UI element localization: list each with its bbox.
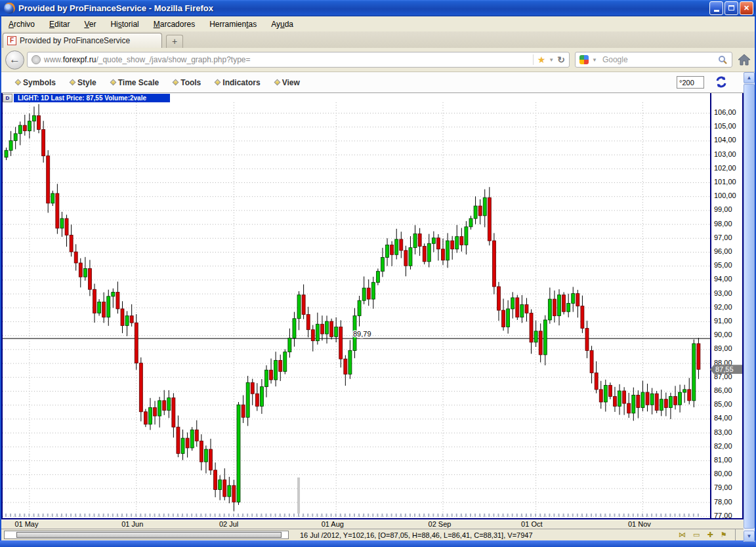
date-tick xyxy=(387,514,388,517)
date-tick xyxy=(256,514,257,517)
x-tick-label: 01 Jun xyxy=(121,520,143,528)
restore-button[interactable] xyxy=(724,1,738,15)
date-tick xyxy=(614,514,615,517)
diamond-icon xyxy=(173,79,179,86)
candle-down xyxy=(79,263,82,277)
candle-down xyxy=(339,327,343,359)
menu-herramientas[interactable]: Herramientas xyxy=(202,18,264,31)
date-tick xyxy=(94,514,95,517)
search-icon[interactable] xyxy=(718,55,728,65)
candle-up xyxy=(520,305,524,317)
chart-menu-view[interactable]: View xyxy=(275,78,300,87)
date-tick xyxy=(568,514,569,517)
date-tick xyxy=(75,514,76,517)
candle-down xyxy=(646,392,649,405)
date-tick xyxy=(191,514,192,517)
date-tick xyxy=(479,514,480,517)
candle-up xyxy=(204,449,207,462)
menu-archivo[interactable]: Archivo xyxy=(1,18,42,31)
date-tick xyxy=(215,514,216,517)
chart-menu-style[interactable]: Style xyxy=(70,78,96,87)
candle-down xyxy=(516,298,519,317)
candle-up xyxy=(660,399,663,411)
horizontal-scrollbar-thumb[interactable] xyxy=(16,532,282,538)
date-tick xyxy=(219,514,220,517)
horizontal-scrollbar[interactable] xyxy=(4,531,289,539)
date-tick xyxy=(321,514,322,517)
y-tick-label: 78,00 xyxy=(714,498,732,506)
legend-button[interactable]: D xyxy=(3,94,12,102)
period-input[interactable] xyxy=(677,76,704,89)
scroll-down-button[interactable]: ▼ xyxy=(744,531,755,542)
candle-up xyxy=(51,193,54,203)
date-tick xyxy=(242,514,243,517)
menu-ver[interactable]: Ver xyxy=(77,18,103,31)
vertical-scrollbar-thumb[interactable] xyxy=(744,84,755,529)
minimize-button[interactable] xyxy=(709,1,723,15)
date-tick xyxy=(205,514,206,517)
status-divider xyxy=(735,529,736,541)
date-tick xyxy=(312,514,313,517)
date-tick xyxy=(553,514,555,517)
minimize-icon xyxy=(714,10,719,12)
menu-ayuda[interactable]: Ayuda xyxy=(264,18,301,31)
level-line-label: 89,79 xyxy=(353,330,371,338)
date-tick xyxy=(400,514,402,517)
chart-menu-indicators[interactable]: Indicators xyxy=(215,78,260,87)
x-tick-label: 02 Jul xyxy=(219,520,238,528)
candle-up xyxy=(181,438,184,453)
url-field[interactable]: www.forexpf.ru/_quote_show_/java/show_gr… xyxy=(27,52,570,68)
url-dropdown-icon[interactable]: ▼ xyxy=(549,57,554,63)
close-button[interactable]: ✕ xyxy=(740,1,753,15)
date-tick xyxy=(484,514,485,517)
candle-down xyxy=(367,288,370,299)
url-actions: ★ ▼ ↻ xyxy=(533,54,566,65)
browser-window: Provided by ProFinanceService - Mozilla … xyxy=(0,0,756,547)
candle-up xyxy=(148,407,152,424)
back-button[interactable]: ← xyxy=(5,51,24,70)
y-tick-label: 106,00 xyxy=(714,108,736,116)
date-tick xyxy=(591,514,592,517)
bookmark-star-icon[interactable]: ★ xyxy=(537,54,546,65)
candle-up xyxy=(228,485,231,496)
date-tick xyxy=(423,514,425,517)
date-tick xyxy=(646,514,648,517)
chart-menu-symbols[interactable]: Symbols xyxy=(16,78,56,87)
candle-down xyxy=(697,344,700,369)
chart-tool-icons[interactable]: ⋈ ▭ ✚ ⚑ xyxy=(679,531,730,539)
scroll-up-button[interactable]: ▲ xyxy=(744,72,755,83)
date-tick xyxy=(493,514,494,517)
tab-active[interactable]: F Provided by ProFinanceService xyxy=(3,33,162,48)
date-tick xyxy=(84,514,85,517)
date-tick xyxy=(52,514,53,517)
candle-up xyxy=(395,239,398,254)
candle-up xyxy=(474,206,477,218)
new-tab-button[interactable]: + xyxy=(166,35,183,48)
menu-editar[interactable]: Editar xyxy=(42,18,77,31)
date-tick xyxy=(5,514,7,517)
date-tick xyxy=(108,514,109,517)
x-tick-label: 01 Nov xyxy=(628,520,651,528)
candle-up xyxy=(432,238,435,243)
date-tick xyxy=(497,514,499,517)
candle-up xyxy=(511,298,514,309)
home-button[interactable] xyxy=(738,54,751,66)
candle-down xyxy=(302,295,305,315)
chart-menu-time-scale[interactable]: Time Scale xyxy=(111,78,159,87)
menu-historial[interactable]: Historial xyxy=(103,18,146,31)
search-engine-dropdown-icon[interactable]: ▼ xyxy=(592,57,597,63)
vertical-scrollbar[interactable]: ▲ ▼ xyxy=(744,72,755,542)
chart-refresh-icon[interactable] xyxy=(715,75,728,89)
date-tick xyxy=(665,514,666,517)
candle-down xyxy=(232,485,236,502)
legend-text: LIGHT: 1D Last Price: 87,55 Volume:2vale xyxy=(14,94,170,102)
menu-marcadores[interactable]: Marcadores xyxy=(146,18,202,31)
reload-icon[interactable]: ↻ xyxy=(557,54,565,65)
search-field[interactable]: ▼ Google xyxy=(575,52,732,68)
date-tick xyxy=(619,514,620,517)
candle-down xyxy=(688,390,691,401)
y-tick-label: 82,00 xyxy=(714,442,732,450)
date-tick xyxy=(224,514,225,517)
chart-menu-tools[interactable]: Tools xyxy=(173,78,201,87)
candle-up xyxy=(167,398,171,411)
